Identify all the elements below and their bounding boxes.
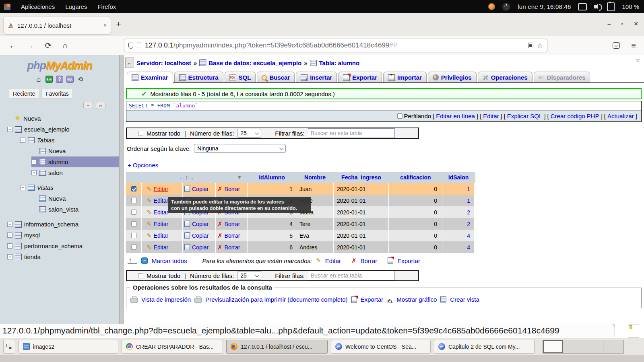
sort-caret-icon[interactable]: ▼: [237, 175, 242, 180]
expand-icon[interactable]: +: [7, 222, 12, 227]
edit-link[interactable]: Editar: [154, 186, 169, 192]
workspace-2[interactable]: [563, 340, 583, 353]
tab-examinar[interactable]: Examinar: [127, 72, 173, 83]
cell-idsalon-link[interactable]: 1: [467, 197, 470, 204]
breadcrumb-server[interactable]: Servidor: localhost: [136, 60, 191, 66]
column-header-idsalon[interactable]: IdSalon: [442, 174, 475, 181]
row-checkbox[interactable]: [131, 233, 136, 238]
print-view-link[interactable]: Vista de impresión: [141, 296, 191, 303]
tab-close-icon[interactable]: ×: [103, 22, 107, 29]
filter-input[interactable]: [308, 128, 395, 138]
delete-selected-link[interactable]: Borrar: [361, 257, 378, 264]
tree-item-new-table[interactable]: Nueva: [31, 146, 119, 156]
edit-link[interactable]: Editar: [154, 221, 169, 227]
breadcrumb-table[interactable]: Tabla: alumno: [319, 60, 360, 66]
check-all-icon[interactable]: −: [141, 257, 148, 264]
collapse-icon[interactable]: −: [20, 185, 25, 190]
display-icon[interactable]: [578, 3, 587, 10]
sidebar-divider[interactable]: [119, 55, 124, 324]
tree-item-vistas[interactable]: −Vistas: [20, 182, 119, 193]
menu-aplicaciones[interactable]: Aplicaciones: [21, 3, 55, 10]
rows-count-select[interactable]: 25: [237, 271, 261, 280]
show-all-checkbox[interactable]: [138, 131, 143, 136]
hamburger-menu-icon[interactable]: ≡: [631, 41, 636, 50]
scroll-top-icon[interactable]: ⌃: [636, 60, 640, 65]
window-restore-button[interactable]: ▫: [621, 21, 623, 27]
show-chart-link[interactable]: Mostrar gráfico: [396, 296, 437, 303]
tab-disparadores[interactable]: Disparadores: [534, 72, 590, 82]
collapse-icon[interactable]: −: [7, 127, 12, 132]
expand-icon[interactable]: +: [7, 243, 12, 249]
tab-insertar[interactable]: Insertar: [296, 72, 337, 82]
delete-link[interactable]: Borrar: [225, 221, 240, 227]
forward-button[interactable]: →: [23, 41, 37, 50]
browser-tab[interactable]: 127.0.0.1 / localhost ×: [3, 16, 111, 35]
tree-item-mysql[interactable]: +mysql: [7, 230, 119, 241]
task-button-capitulo[interactable]: Capitulo 2 de SQL com My...: [434, 340, 535, 354]
cell-idsalon-link[interactable]: 4: [467, 244, 470, 251]
column-header-calificacion[interactable]: calificacion: [389, 174, 442, 181]
tree-item-new-database[interactable]: Nueva: [7, 113, 119, 124]
tab-exportar[interactable]: Exportar: [338, 72, 382, 82]
menu-lugares[interactable]: Lugares: [65, 3, 87, 10]
tab-buscar[interactable]: Buscar: [257, 72, 295, 82]
cell-idsalon-link[interactable]: 1: [467, 186, 470, 192]
column-drag-handle[interactable]: ←T→▼: [126, 174, 248, 181]
edit-link[interactable]: Editar: [154, 232, 169, 239]
battery-icon[interactable]: [607, 2, 615, 11]
cell-idsalon-link[interactable]: 2: [467, 209, 470, 216]
back-button[interactable]: ←: [6, 41, 20, 50]
edit-link[interactable]: Editar: [154, 209, 169, 216]
tree-item-tienda[interactable]: +tienda: [7, 251, 119, 262]
task-button-centos[interactable]: Welcome to CentOS - Sea...: [331, 340, 431, 354]
edit-inline-link[interactable]: Editar en línea: [436, 113, 475, 119]
sidebar-tab-reciente[interactable]: Reciente: [9, 89, 39, 99]
app-indicator-icon[interactable]: [488, 3, 495, 10]
task-button-firefox[interactable]: 127.0.0.1 / localhost / escu...: [226, 340, 328, 354]
page-info-icon[interactable]: [137, 43, 141, 48]
edit-link[interactable]: Editar: [483, 113, 499, 119]
link-panel-button[interactable]: ∞: [96, 102, 105, 109]
sql-query[interactable]: SELECT * FROM `alumno`: [126, 101, 641, 110]
tab-operaciones[interactable]: Operaciones: [478, 72, 533, 82]
row-checkbox[interactable]: [131, 210, 136, 215]
row-checkbox[interactable]: [131, 198, 136, 203]
copy-link[interactable]: Copiar: [192, 186, 208, 192]
expand-icon[interactable]: +: [7, 254, 12, 259]
create-view-link[interactable]: Crear vista: [450, 296, 479, 303]
tab-privilegios[interactable]: Privilegios: [428, 72, 477, 82]
tree-item-salon[interactable]: +salon: [31, 167, 119, 178]
tree-item-tablas[interactable]: −Tablas: [20, 135, 119, 146]
bookmark-star-icon[interactable]: ☆: [537, 41, 543, 50]
volume-icon[interactable]: [594, 5, 597, 8]
sort-select[interactable]: Ninguna: [194, 144, 286, 153]
window-list-button[interactable]: [3, 340, 15, 354]
edit-link[interactable]: Editar: [154, 244, 169, 251]
task-button-images2[interactable]: images2: [19, 340, 118, 354]
print-preview-link[interactable]: Previsualización para imprimir (document…: [205, 296, 347, 303]
tree-item-performance-schema[interactable]: +performance_schema: [7, 241, 119, 251]
edit-selected-link[interactable]: Editar: [325, 257, 341, 264]
row-checkbox[interactable]: [131, 245, 136, 250]
tab-sql[interactable]: SQLSQL: [225, 72, 256, 82]
nav-home-icon[interactable]: ⌂: [35, 76, 42, 83]
column-header-fecha-ingreso[interactable]: Fecha_ingreso: [334, 174, 389, 181]
accessibility-icon[interactable]: [502, 3, 510, 11]
nav-back-button[interactable]: ←: [125, 58, 134, 68]
workspace-1[interactable]: [543, 340, 563, 353]
delete-link[interactable]: Borrar: [225, 232, 240, 239]
new-tab-button[interactable]: +: [116, 20, 121, 29]
help-icon[interactable]: ?: [56, 76, 63, 83]
window-minimize-button[interactable]: –: [608, 21, 611, 27]
home-button[interactable]: ⌂: [58, 41, 72, 50]
tracking-shield-icon[interactable]: [128, 43, 133, 49]
export-selected-link[interactable]: Exportar: [397, 257, 420, 264]
tree-item-escuela-ejemplo[interactable]: −escuela_ejemplo: [7, 124, 119, 135]
show-all-checkbox[interactable]: [138, 273, 143, 278]
sidebar-tab-favoritas[interactable]: Favoritas: [41, 89, 73, 99]
copy-link[interactable]: Copiar: [192, 232, 208, 239]
export-results-link[interactable]: Exportar: [361, 296, 384, 303]
row-checkbox[interactable]: [131, 221, 136, 226]
tab-estructura[interactable]: Estructura: [174, 72, 223, 82]
delete-link[interactable]: Borrar: [225, 244, 240, 251]
